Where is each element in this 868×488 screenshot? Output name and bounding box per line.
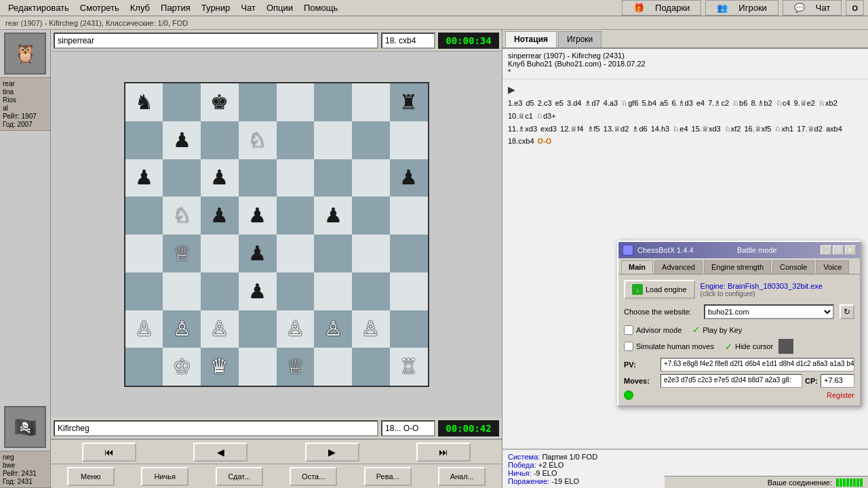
square-5-3[interactable]: ♟	[239, 272, 277, 310]
square-2-5[interactable]	[314, 159, 352, 197]
website-select[interactable]: buho21.com chess.com lichess.org	[704, 304, 834, 319]
extra-button[interactable]: O	[846, 0, 864, 16]
cb-tab-voice[interactable]: Voice	[816, 260, 849, 274]
engine-name-link[interactable]: Engine: BrainFish_180303_32bit.exe	[701, 282, 823, 290]
square-6-5[interactable]: ♙	[314, 310, 352, 348]
first-button[interactable]: ⏮	[82, 443, 136, 462]
gifts-button[interactable]: 🎁 Подарки	[622, 0, 701, 16]
draw-button[interactable]: Ничья	[141, 467, 189, 486]
square-5-7[interactable]	[390, 272, 428, 310]
square-4-4[interactable]	[277, 235, 315, 272]
menu-tournament[interactable]: Турнир	[196, 1, 235, 14]
stop-button[interactable]: Оста...	[290, 467, 337, 486]
menu-chat[interactable]: Чат	[235, 1, 261, 14]
square-1-3[interactable]: ♘	[239, 121, 277, 159]
cb-tab-advanced[interactable]: Advanced	[654, 260, 703, 274]
square-6-4[interactable]: ♙	[277, 310, 315, 348]
square-1-6[interactable]	[352, 121, 390, 159]
square-6-0[interactable]: ♙	[125, 310, 163, 348]
square-2-2[interactable]: ♟	[201, 159, 239, 197]
square-2-1[interactable]	[163, 159, 201, 197]
square-2-4[interactable]	[277, 159, 315, 197]
maximize-button[interactable]: □	[833, 245, 844, 255]
square-7-1[interactable]: ♔	[163, 348, 201, 386]
square-0-0[interactable]: ♞	[125, 83, 163, 121]
play-button[interactable]: ▶	[508, 82, 863, 97]
square-6-1[interactable]: ♙	[163, 310, 201, 348]
top-player-name-input[interactable]	[54, 33, 378, 49]
move-7[interactable]: 7.♗c2	[708, 99, 729, 107]
register-link[interactable]: Register	[827, 391, 854, 399]
square-4-3[interactable]: ♟	[239, 235, 277, 272]
square-5-4[interactable]	[277, 272, 315, 310]
move-12[interactable]: 12.♕f4	[560, 125, 583, 133]
cb-tab-console[interactable]: Console	[772, 260, 814, 274]
menu-view[interactable]: Смотреть	[75, 1, 125, 14]
square-1-5[interactable]	[314, 121, 352, 159]
next-button[interactable]: ▶	[305, 443, 359, 462]
loss-link[interactable]: Поражение:	[508, 477, 549, 485]
square-4-7[interactable]	[390, 235, 428, 272]
move-3[interactable]: 3.d4	[567, 99, 581, 107]
simulate-human-checkbox[interactable]: Simulate human moves	[624, 342, 714, 351]
square-6-7[interactable]	[390, 310, 428, 348]
square-5-1[interactable]	[163, 272, 201, 310]
square-2-6[interactable]	[352, 159, 390, 197]
rematch-button[interactable]: Рева...	[364, 467, 412, 486]
move-17[interactable]: 17.♕d2	[797, 125, 823, 133]
system-link[interactable]: Система:	[508, 453, 540, 461]
square-0-4[interactable]	[277, 83, 315, 121]
square-1-1[interactable]: ♟	[163, 121, 201, 159]
square-5-0[interactable]	[125, 272, 163, 310]
players-button[interactable]: 👥 Игроки	[705, 0, 778, 16]
move-11[interactable]: 11.♗xd3	[508, 125, 537, 133]
square-7-5[interactable]	[314, 348, 352, 386]
cb-tab-engine-strength[interactable]: Engine strength	[704, 260, 771, 274]
analysis-button[interactable]: Анал...	[438, 467, 486, 486]
square-0-5[interactable]	[314, 83, 352, 121]
square-6-2[interactable]: ♙	[201, 310, 239, 348]
move-8[interactable]: 8.♗b2	[751, 99, 772, 107]
simulate-human-input[interactable]	[624, 342, 633, 351]
menu-edit[interactable]: Редактировать	[3, 1, 75, 14]
advisor-mode-checkbox[interactable]: Advisor mode	[624, 325, 682, 335]
square-2-3[interactable]	[239, 159, 277, 197]
move-10[interactable]: 10.♕c1	[508, 112, 533, 120]
chat-button[interactable]: 💬 Чат	[783, 0, 842, 16]
square-6-3[interactable]	[239, 310, 277, 348]
square-3-0[interactable]	[125, 197, 163, 235]
move-2[interactable]: 2.c3	[538, 99, 552, 107]
square-3-1[interactable]: ♘	[163, 197, 201, 235]
refresh-button[interactable]: ↻	[840, 304, 854, 319]
move-16[interactable]: 16.♕xf5	[744, 125, 771, 133]
square-4-6[interactable]	[352, 235, 390, 272]
menu-action-button[interactable]: Меню	[67, 467, 115, 486]
chess-board[interactable]: ♞♚♜♟♘♟♟♟♘♟♟♟♕♟♟♙♙♙♙♙♙♔♛♕♖	[124, 82, 429, 387]
move-4[interactable]: 4.a3	[604, 99, 618, 107]
square-7-6[interactable]	[352, 348, 390, 386]
draw-link[interactable]: Ничья:	[508, 469, 532, 477]
menu-options[interactable]: Опции	[261, 1, 298, 14]
advisor-mode-input[interactable]	[624, 325, 633, 335]
top-move-input[interactable]	[381, 33, 435, 49]
move-5[interactable]: 5.b4	[642, 99, 656, 107]
square-7-2[interactable]: ♛	[201, 348, 239, 386]
square-3-2[interactable]: ♟	[201, 197, 239, 235]
cb-tab-main[interactable]: Main	[621, 260, 653, 274]
move-9[interactable]: 9.♕e2	[794, 99, 815, 107]
square-1-4[interactable]	[277, 121, 315, 159]
move-13[interactable]: 13.♕d2	[604, 125, 629, 133]
square-7-4[interactable]: ♕	[277, 348, 315, 386]
square-0-2[interactable]: ♚	[201, 83, 239, 121]
square-4-0[interactable]	[125, 235, 163, 272]
square-0-7[interactable]: ♜	[390, 83, 428, 121]
square-0-3[interactable]	[239, 83, 277, 121]
tab-players[interactable]: Игроки	[558, 31, 601, 47]
square-5-6[interactable]	[352, 272, 390, 310]
square-2-7[interactable]: ♟	[390, 159, 428, 197]
square-2-0[interactable]: ♟	[125, 159, 163, 197]
move-1[interactable]: 1.e3	[508, 99, 522, 107]
move-6[interactable]: 6.♗d3	[671, 99, 692, 107]
bottom-player-name-input[interactable]	[54, 420, 378, 436]
square-1-0[interactable]	[125, 121, 163, 159]
